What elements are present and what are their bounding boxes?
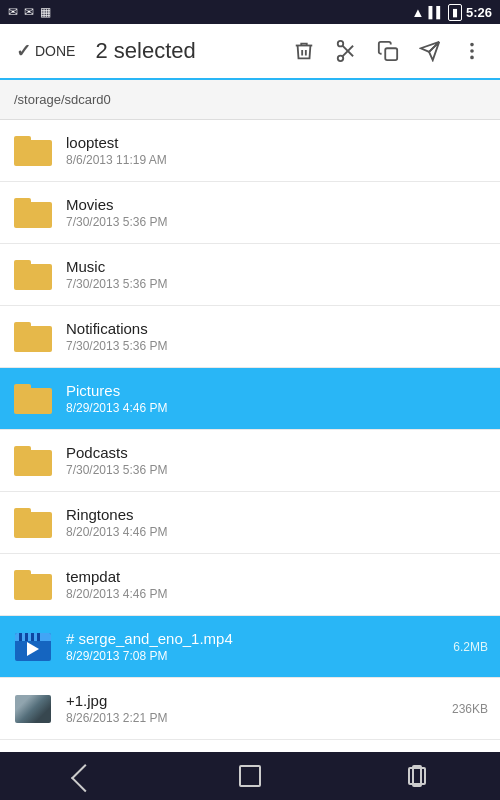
copy-button[interactable] — [368, 31, 408, 71]
file-date: 7/30/2013 5:36 PM — [66, 277, 488, 291]
send-button[interactable] — [410, 31, 450, 71]
list-item[interactable]: # serge_and_eno_1.mp48/29/2013 7:08 PM6.… — [0, 616, 500, 678]
file-date: 7/30/2013 5:36 PM — [66, 339, 488, 353]
file-name: Movies — [66, 196, 488, 213]
more-icon — [461, 40, 483, 62]
file-name: +1.jpg — [66, 692, 444, 709]
folder-icon — [12, 316, 54, 358]
file-name: Music — [66, 258, 488, 275]
file-name: Pictures — [66, 382, 488, 399]
file-info: +1.jpg8/26/2013 2:21 PM — [66, 692, 444, 725]
folder-icon — [12, 130, 54, 172]
extra-icon: ▦ — [40, 5, 51, 19]
svg-point-1 — [338, 41, 344, 47]
toolbar: ✓ DONE 2 selected — [0, 24, 500, 80]
wifi-icon: ▲ — [412, 5, 425, 20]
file-date: 8/20/2013 4:46 PM — [66, 525, 488, 539]
file-date: 8/6/2013 11:19 AM — [66, 153, 488, 167]
list-item[interactable]: tempdat8/20/2013 4:46 PM — [0, 554, 500, 616]
file-info: looptest8/6/2013 11:19 AM — [66, 134, 488, 167]
file-name: Podcasts — [66, 444, 488, 461]
recents-icon — [408, 767, 426, 785]
toolbar-actions — [284, 31, 492, 71]
battery-icon: ▮ — [448, 4, 462, 21]
file-name: Ringtones — [66, 506, 488, 523]
cut-button[interactable] — [326, 31, 366, 71]
list-item[interactable]: Movies7/30/2013 5:36 PM — [0, 182, 500, 244]
cut-icon — [335, 40, 357, 62]
list-item[interactable]: Notifications7/30/2013 5:36 PM — [0, 306, 500, 368]
file-name: looptest — [66, 134, 488, 151]
email-icon: ✉ — [8, 5, 18, 19]
delete-button[interactable] — [284, 31, 324, 71]
svg-point-7 — [471, 50, 473, 52]
selected-count: 2 selected — [87, 38, 280, 64]
nav-bar — [0, 752, 500, 800]
folder-icon — [12, 254, 54, 296]
svg-point-0 — [338, 56, 344, 62]
current-path: /storage/sdcard0 — [14, 92, 111, 107]
folder-icon — [12, 564, 54, 606]
file-date: 7/30/2013 5:36 PM — [66, 215, 488, 229]
msg-icon: ✉ — [24, 5, 34, 19]
file-date: 8/20/2013 4:46 PM — [66, 587, 488, 601]
svg-point-8 — [471, 57, 473, 59]
list-item[interactable]: Music7/30/2013 5:36 PM — [0, 244, 500, 306]
folder-icon — [12, 378, 54, 420]
file-info: Notifications7/30/2013 5:36 PM — [66, 320, 488, 353]
file-date: 7/30/2013 5:36 PM — [66, 463, 488, 477]
back-icon — [71, 764, 99, 792]
file-size: 236KB — [452, 702, 488, 716]
done-label: DONE — [35, 43, 75, 59]
file-size: 6.2MB — [453, 640, 488, 654]
video-icon — [12, 626, 54, 668]
done-button[interactable]: ✓ DONE — [8, 32, 83, 70]
folder-icon — [12, 192, 54, 234]
status-left-icons: ✉ ✉ ▦ — [8, 5, 51, 19]
recents-button[interactable] — [387, 758, 447, 794]
file-info: Pictures8/29/2013 4:46 PM — [66, 382, 488, 415]
svg-rect-4 — [385, 48, 397, 60]
copy-icon — [377, 40, 399, 62]
list-item[interactable]: +1.jpg8/26/2013 2:21 PM236KB — [0, 678, 500, 740]
delete-icon — [293, 40, 315, 62]
clock: 5:26 — [466, 5, 492, 20]
signal-icon: ▌▌ — [428, 6, 444, 18]
list-item[interactable]: Podcasts7/30/2013 5:36 PM — [0, 430, 500, 492]
svg-point-6 — [471, 44, 473, 46]
file-date: 8/26/2013 2:21 PM — [66, 711, 444, 725]
status-right-icons: ▲ ▌▌ ▮ 5:26 — [412, 4, 493, 21]
list-item[interactable]: looptest8/6/2013 11:19 AM — [0, 120, 500, 182]
file-info: # serge_and_eno_1.mp48/29/2013 7:08 PM — [66, 630, 445, 663]
send-icon — [419, 40, 441, 62]
path-bar: /storage/sdcard0 — [0, 80, 500, 120]
home-icon — [239, 765, 261, 787]
home-button[interactable] — [220, 758, 280, 794]
list-item[interactable]: Ringtones8/20/2013 4:46 PM — [0, 492, 500, 554]
file-date: 8/29/2013 4:46 PM — [66, 401, 488, 415]
back-button[interactable] — [53, 758, 113, 794]
file-list: looptest8/6/2013 11:19 AMMovies7/30/2013… — [0, 120, 500, 752]
list-item[interactable]: Pictures8/29/2013 4:46 PM — [0, 368, 500, 430]
check-icon: ✓ — [16, 40, 31, 62]
file-info: tempdat8/20/2013 4:46 PM — [66, 568, 488, 601]
image-icon — [12, 688, 54, 730]
folder-icon — [12, 440, 54, 482]
file-name: tempdat — [66, 568, 488, 585]
status-bar: ✉ ✉ ▦ ▲ ▌▌ ▮ 5:26 — [0, 0, 500, 24]
more-button[interactable] — [452, 31, 492, 71]
file-date: 8/29/2013 7:08 PM — [66, 649, 445, 663]
file-info: Movies7/30/2013 5:36 PM — [66, 196, 488, 229]
file-name: # serge_and_eno_1.mp4 — [66, 630, 445, 647]
file-info: Podcasts7/30/2013 5:36 PM — [66, 444, 488, 477]
file-name: Notifications — [66, 320, 488, 337]
folder-icon — [12, 502, 54, 544]
file-info: Ringtones8/20/2013 4:46 PM — [66, 506, 488, 539]
list-item[interactable]: +副本 测试.mp48/29/2013 3:03 PM9.39MB — [0, 740, 500, 752]
file-info: Music7/30/2013 5:36 PM — [66, 258, 488, 291]
